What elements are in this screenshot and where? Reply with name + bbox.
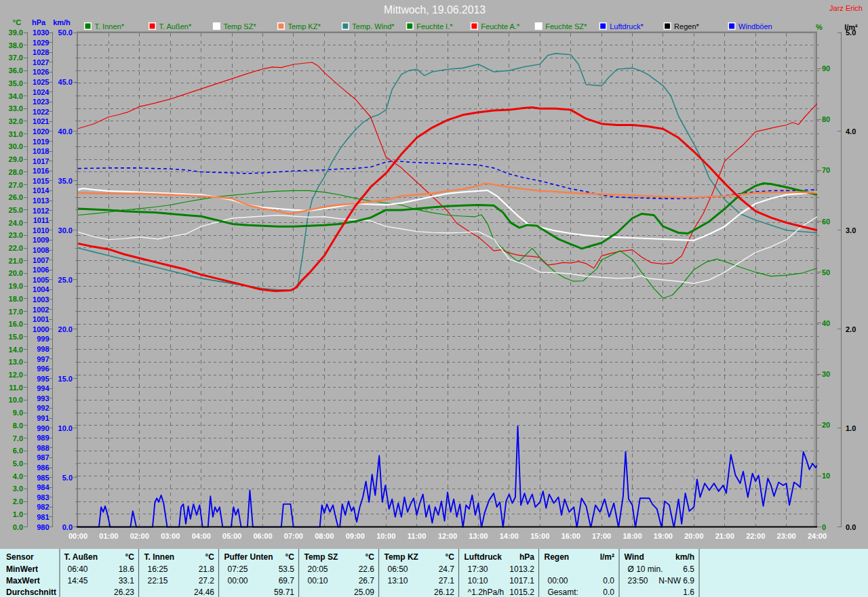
svg-text:Gesamt:: Gesamt: [548, 588, 578, 597]
svg-text:1009: 1009 [33, 236, 49, 244]
svg-text:18:00: 18:00 [623, 532, 642, 540]
svg-text:0.0: 0.0 [603, 576, 614, 585]
svg-text:Feuchte I.*: Feuchte I.* [416, 22, 453, 30]
svg-text:40.0: 40.0 [58, 127, 73, 136]
svg-text:Temp KZ: Temp KZ [384, 552, 418, 562]
svg-text:Ø 10 min.: Ø 10 min. [628, 564, 663, 574]
svg-text:10: 10 [822, 472, 830, 480]
svg-text:70: 70 [822, 166, 830, 174]
svg-text:^1.2hPa/h: ^1.2hPa/h [468, 588, 505, 597]
svg-text:14:45: 14:45 [68, 576, 88, 585]
svg-text:988: 988 [37, 444, 49, 452]
svg-text:995: 995 [37, 375, 49, 383]
svg-text:53.5: 53.5 [279, 564, 295, 574]
svg-text:10:10: 10:10 [468, 576, 488, 585]
svg-text:Wind: Wind [625, 552, 644, 562]
svg-text:90: 90 [822, 64, 830, 73]
svg-text:984: 984 [37, 483, 50, 491]
svg-text:1021: 1021 [33, 117, 49, 125]
svg-text:23:50: 23:50 [628, 576, 648, 585]
svg-text:35.0: 35.0 [58, 177, 73, 185]
svg-text:08:00: 08:00 [315, 532, 334, 540]
svg-text:36.0: 36.0 [9, 66, 23, 75]
svg-text:km/h: km/h [53, 18, 71, 26]
svg-text:1010: 1010 [33, 226, 49, 234]
svg-text:10:00: 10:00 [376, 532, 395, 540]
svg-text:27.2: 27.2 [199, 576, 215, 585]
svg-text:1008: 1008 [33, 246, 49, 254]
svg-text:°C: °C [205, 552, 215, 562]
svg-text:1029: 1029 [33, 39, 49, 47]
svg-text:980: 980 [37, 523, 49, 531]
svg-text:24.46: 24.46 [194, 588, 214, 597]
svg-text:10.0: 10.0 [9, 396, 23, 404]
svg-text:03:00: 03:00 [161, 532, 180, 540]
svg-text:17.0: 17.0 [9, 308, 23, 316]
svg-text:2.0: 2.0 [13, 497, 23, 506]
svg-text:5.0: 5.0 [13, 459, 23, 468]
svg-text:21.8: 21.8 [199, 564, 215, 574]
svg-text:05:00: 05:00 [222, 532, 241, 540]
svg-text:40: 40 [822, 319, 830, 327]
svg-text:1024: 1024 [33, 88, 50, 96]
svg-text:Feuchte A.*: Feuchte A.* [481, 22, 520, 30]
svg-text:59.71: 59.71 [274, 588, 294, 597]
svg-text:hPa: hPa [519, 552, 534, 562]
svg-text:991: 991 [37, 414, 49, 422]
svg-text:Durchschnitt: Durchschnitt [6, 588, 56, 597]
svg-text:1001: 1001 [33, 315, 49, 323]
svg-text:Luftdruck*: Luftdruck* [610, 22, 644, 30]
svg-text:37.0: 37.0 [9, 54, 23, 62]
svg-text:996: 996 [37, 365, 49, 373]
svg-text:12:00: 12:00 [438, 532, 457, 540]
svg-text:9.0: 9.0 [13, 409, 23, 417]
svg-text:45.0: 45.0 [58, 78, 73, 86]
svg-text:17:30: 17:30 [468, 564, 488, 574]
svg-text:989: 989 [37, 434, 49, 442]
svg-text:18.6: 18.6 [119, 564, 135, 574]
svg-text:15.0: 15.0 [58, 375, 73, 383]
svg-text:26.23: 26.23 [114, 588, 134, 597]
svg-text:15.0: 15.0 [9, 333, 23, 341]
svg-text:Temp KZ*: Temp KZ* [288, 22, 321, 30]
svg-text:Temp. Wind*: Temp. Wind* [352, 22, 395, 30]
svg-text:Temp SZ*: Temp SZ* [223, 22, 256, 30]
svg-text:24:00: 24:00 [808, 532, 827, 540]
svg-text:24.0: 24.0 [9, 219, 23, 227]
svg-text:1007: 1007 [33, 256, 49, 264]
svg-text:1000: 1000 [33, 325, 49, 333]
svg-text:33.0: 33.0 [9, 104, 23, 112]
svg-text:km/h: km/h [675, 552, 694, 562]
svg-text:07:25: 07:25 [228, 564, 248, 574]
svg-text:27.1: 27.1 [439, 576, 455, 585]
svg-text:50: 50 [822, 268, 830, 276]
svg-text:MaxWert: MaxWert [6, 576, 40, 585]
svg-text:17:00: 17:00 [592, 532, 611, 540]
svg-text:993: 993 [37, 394, 49, 403]
svg-text:Jarz Erich: Jarz Erich [829, 4, 863, 12]
svg-text:985: 985 [37, 474, 49, 482]
svg-text:1016: 1016 [33, 167, 49, 175]
svg-text:25.09: 25.09 [354, 588, 374, 597]
svg-text:00:00: 00:00 [548, 576, 568, 585]
svg-text:20:00: 20:00 [684, 532, 703, 540]
svg-text:25.0: 25.0 [58, 276, 73, 284]
svg-text:27.0: 27.0 [9, 181, 23, 189]
svg-text:22:15: 22:15 [148, 576, 168, 585]
svg-text:1006: 1006 [33, 266, 49, 274]
svg-text:N-NW 6.9: N-NW 6.9 [658, 576, 694, 585]
svg-text:1004: 1004 [33, 285, 50, 293]
svg-text:4.0: 4.0 [13, 472, 23, 480]
svg-text:30.0: 30.0 [9, 142, 23, 150]
svg-text:22.0: 22.0 [9, 244, 23, 252]
svg-text:0: 0 [822, 523, 826, 531]
svg-text:1.0: 1.0 [846, 424, 856, 432]
svg-text:19:00: 19:00 [654, 532, 673, 540]
svg-text:0.0: 0.0 [603, 588, 614, 597]
svg-text:13:10: 13:10 [388, 576, 408, 585]
svg-text:26.12: 26.12 [434, 588, 454, 597]
svg-text:°C: °C [285, 552, 295, 562]
svg-text:°C: °C [125, 552, 135, 562]
svg-text:26.7: 26.7 [359, 576, 375, 585]
svg-text:14:00: 14:00 [500, 532, 519, 540]
